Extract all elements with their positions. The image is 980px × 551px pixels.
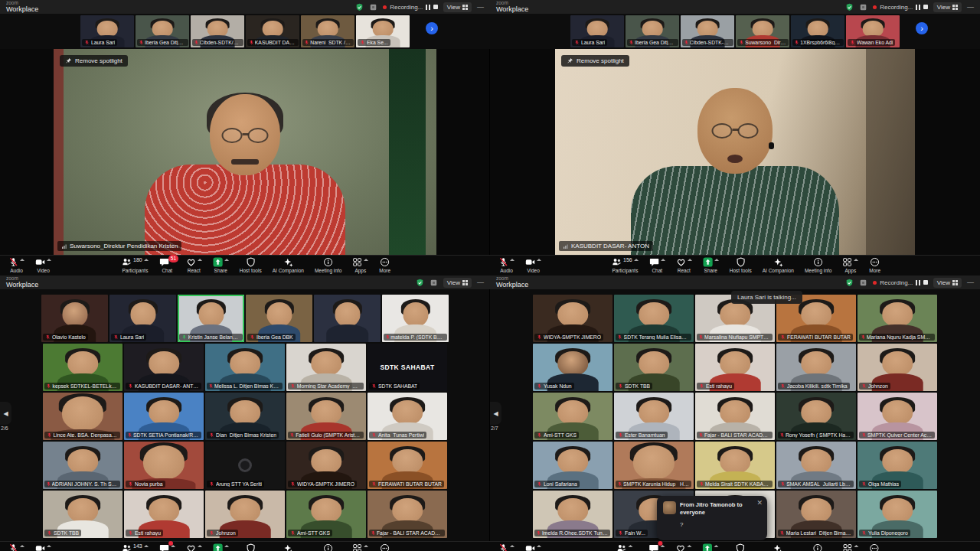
- participant-tile[interactable]: Ami-STT GKS: [533, 393, 612, 440]
- toolbar-chat-button[interactable]: Chat: [644, 257, 671, 273]
- participant-tile[interactable]: [314, 295, 381, 342]
- filmstrip-tile[interactable]: Eka Se...: [356, 15, 410, 47]
- participant-tile[interactable]: Johnzon: [858, 344, 937, 391]
- toolbar-video-button[interactable]: Video: [520, 257, 547, 273]
- toolbar-meeting_info-button[interactable]: Meeting info: [309, 543, 347, 551]
- participant-tile[interactable]: Loni Safariana: [533, 442, 612, 489]
- gallery-prev-button[interactable]: ◀: [490, 402, 501, 425]
- gallery-prev-button[interactable]: ◀: [0, 402, 11, 425]
- participant-tile[interactable]: Novia purba: [124, 442, 204, 489]
- participant-tile[interactable]: Anita_Tunas Pertiwi: [368, 393, 447, 440]
- filmstrip-tile[interactable]: Laura Sari: [80, 15, 134, 47]
- participant-tile[interactable]: Olavio Kastelo: [41, 295, 108, 342]
- toolbar-participants-button[interactable]: Participants: [606, 543, 643, 551]
- participant-tile[interactable]: Fajar - BALI STAR ACADEMY Denpasar: [368, 491, 447, 538]
- toolbar-apps-button[interactable]: Apps: [347, 543, 374, 551]
- toolbar-ai-button[interactable]: AI Companion: [267, 257, 309, 273]
- pause-recording-button[interactable]: [916, 280, 920, 285]
- view-button[interactable]: View: [443, 278, 472, 288]
- participant-tile[interactable]: Esti rahayu: [124, 491, 204, 538]
- toolbar-host_tools-button[interactable]: Host tools: [724, 257, 757, 273]
- toolbar-apps-button[interactable]: Apps: [837, 543, 864, 551]
- stop-recording-button[interactable]: [923, 280, 928, 285]
- toolbar-share-button[interactable]: Share: [207, 257, 234, 273]
- toolbar-video-button[interactable]: Video: [30, 257, 57, 273]
- participant-tile[interactable]: Yulia Diponegoro: [858, 491, 937, 538]
- filmstrip-tile[interactable]: Cibden-SDTK/SMPTK T...: [191, 15, 244, 47]
- toolbar-host_tools-button[interactable]: Host tools: [234, 257, 267, 273]
- toolbar-participants-button[interactable]: 156Participants: [606, 257, 644, 273]
- toolbar-react-button[interactable]: React: [181, 543, 207, 551]
- participant-tile[interactable]: Esti rahayu: [695, 344, 775, 391]
- view-button[interactable]: View: [933, 2, 962, 12]
- participant-tile[interactable]: Morning Star Academy_Me...: [286, 344, 366, 391]
- remove-spotlight-button[interactable]: Remove spotlight: [561, 55, 629, 67]
- security-shield-icon[interactable]: [845, 279, 854, 287]
- participant-tile[interactable]: WIDYA-SMPTK JIMERO: [533, 295, 612, 342]
- minimize-button[interactable]: —: [967, 279, 974, 286]
- toolbar-chat-button[interactable]: Chat: [643, 543, 670, 551]
- toolbar-meeting_info-button[interactable]: Meeting info: [799, 543, 836, 551]
- toolbar-host_tools-button[interactable]: Host tools: [724, 543, 756, 551]
- pause-recording-button[interactable]: [916, 5, 920, 10]
- filmstrip-tile[interactable]: Suwarsono_Direktur P...: [736, 15, 789, 47]
- toolbar-host_tools-button[interactable]: Host tools: [234, 543, 267, 551]
- pause-recording-button[interactable]: [426, 5, 430, 10]
- participant-tile[interactable]: SDTK SETIA Pontianak/Romaya Sitoh...: [124, 393, 204, 440]
- participant-tile[interactable]: matelda P. (SDTK Bali Star Academy): [382, 295, 449, 342]
- toolbar-participants-button[interactable]: 180Participants: [116, 257, 154, 273]
- stop-recording-button[interactable]: [923, 5, 928, 9]
- participant-tile[interactable]: SMPTK Quiver Center Academy: [858, 393, 937, 440]
- participant-tile[interactable]: Iberia Gea DBK: [246, 295, 312, 342]
- filmstrip-tile[interactable]: Nareni_SDTK / SMPT...: [301, 15, 354, 47]
- toolbar-more-button[interactable]: More: [374, 257, 396, 273]
- filmstrip-tile[interactable]: Cibden-SDTK-SMPTK T...: [681, 15, 734, 47]
- participant-tile[interactable]: Melissa L. Ditjen Bimas Kristen Jakarta: [205, 344, 285, 391]
- toolbar-audio-button[interactable]: Audio: [493, 257, 520, 273]
- participant-tile[interactable]: SDTK TBB: [614, 344, 694, 391]
- toolbar-participants-button[interactable]: 143Participants: [116, 543, 154, 551]
- toolbar-meeting_info-button[interactable]: Meeting info: [799, 257, 837, 273]
- stop-recording-button[interactable]: [433, 5, 438, 9]
- toolbar-audio-button[interactable]: Audio: [493, 543, 520, 551]
- toolbar-chat-button[interactable]: 51Chat: [154, 257, 181, 273]
- chat-preview-popup[interactable]: ✕From Jitro Tamonob to everyone?: [657, 496, 767, 540]
- toolbar-share-button[interactable]: Share: [207, 543, 234, 551]
- security-shield-icon[interactable]: [845, 3, 854, 11]
- minimize-button[interactable]: —: [967, 4, 974, 11]
- toolbar-more-button[interactable]: More: [374, 543, 396, 551]
- participant-tile[interactable]: Olga Mathias: [858, 442, 937, 489]
- participant-tile[interactable]: SDTK TBB: [43, 491, 122, 538]
- toolbar-ai-button[interactable]: AI Companion: [267, 543, 309, 551]
- participant-tile[interactable]: SMAK AMSAL_Juliarti Lbn Gaol: [776, 442, 856, 489]
- toolbar-share-button[interactable]: Share: [697, 543, 724, 551]
- participant-tile[interactable]: Arung STT YA Seriti: [205, 442, 285, 489]
- participant-tile[interactable]: SDTK Terang Mulia Elisabeth Efata: [614, 295, 694, 342]
- participant-tile[interactable]: FERAWATI BUTAR BUTAR: [368, 442, 447, 489]
- toolbar-video-button[interactable]: Video: [30, 543, 57, 551]
- participant-tile[interactable]: kepsek SDTKEL-BETELkj02612554: [43, 344, 122, 391]
- toolbar-ai-button[interactable]: AI Companion: [757, 257, 799, 273]
- filmstrip-tile[interactable]: Wawan Eko Adi: [846, 15, 900, 47]
- minimize-button[interactable]: —: [477, 4, 484, 11]
- filmstrip-tile[interactable]: Iberia Gea Ditjen Bima...: [626, 15, 679, 47]
- participant-tile[interactable]: Yusak Ndun: [533, 344, 612, 391]
- view-button[interactable]: View: [933, 278, 962, 288]
- participant-tile[interactable]: ADRIANI JOHNY. S. Th SDTK SABDA HA...: [43, 442, 122, 489]
- security-shield-icon[interactable]: [355, 3, 364, 11]
- participant-tile[interactable]: Lince Ate. BSA. Denpasar Bali: [43, 393, 122, 440]
- toolbar-audio-button[interactable]: Audio: [3, 543, 30, 551]
- participant-tile[interactable]: Fajar - BALI STAR ACADEMY Denpasar: [695, 393, 775, 440]
- filmstrip-tile[interactable]: Laura Sari: [570, 15, 624, 47]
- filmstrip-tile[interactable]: Iberia Gea Ditjen Bima...: [136, 15, 189, 47]
- toolbar-share-button[interactable]: Share: [697, 257, 724, 273]
- toolbar-apps-button[interactable]: Apps: [347, 257, 374, 273]
- toolbar-ai-button[interactable]: AI Companion: [756, 543, 799, 551]
- participant-tile[interactable]: KASUBDIT DASAR- ANTON: [124, 344, 204, 391]
- toolbar-audio-button[interactable]: Audio: [3, 257, 30, 273]
- toolbar-video-button[interactable]: Video: [520, 543, 547, 551]
- participant-tile[interactable]: Maria Lestari_Ditjen Bimas Kristen: [776, 491, 856, 538]
- participant-tile[interactable]: Ami-STT GKS: [286, 491, 366, 538]
- participant-tile[interactable]: Kristin Janse Belandina: [178, 295, 244, 342]
- security-shield-icon[interactable]: [416, 279, 424, 287]
